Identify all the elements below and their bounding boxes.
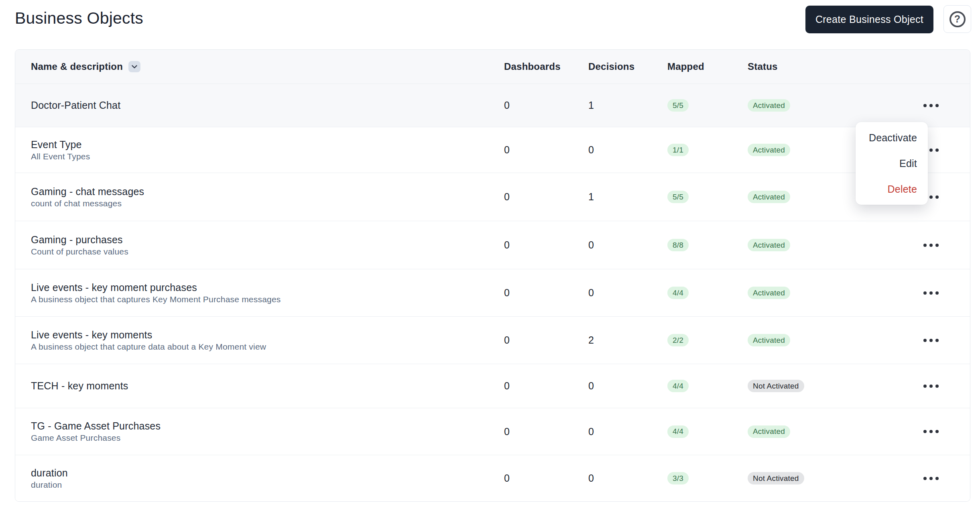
column-header-dashboards: Dashboards bbox=[504, 61, 588, 72]
table-row[interactable]: TG - Game Asset Purchases Game Asset Pur… bbox=[15, 408, 970, 455]
mapped-badge: 4/4 bbox=[667, 287, 689, 299]
table-row[interactable]: Gaming - chat messages count of chat mes… bbox=[15, 173, 970, 221]
name-description-cell: Live events - key moment purchases A bus… bbox=[15, 282, 504, 304]
decisions-count: 0 bbox=[588, 426, 667, 438]
mapped-badge: 1/1 bbox=[667, 144, 689, 156]
dashboards-count: 0 bbox=[504, 144, 588, 156]
mapped-cell: 8/8 bbox=[667, 239, 748, 251]
mapped-cell: 4/4 bbox=[667, 380, 748, 392]
business-objects-page: Business Objects Create Business Object … bbox=[0, 0, 980, 517]
status-badge: Activated bbox=[748, 144, 790, 156]
name-description-cell: Gaming - chat messages count of chat mes… bbox=[15, 186, 504, 208]
ellipsis-icon bbox=[923, 430, 927, 433]
status-badge: Activated bbox=[748, 287, 790, 299]
decisions-count: 1 bbox=[588, 100, 667, 111]
mapped-cell: 1/1 bbox=[667, 144, 748, 156]
row-actions-button[interactable] bbox=[922, 473, 940, 484]
mapped-cell: 3/3 bbox=[667, 472, 748, 484]
page-title: Business Objects bbox=[15, 9, 143, 28]
row-description: duration bbox=[31, 480, 504, 490]
status-badge: Activated bbox=[748, 334, 790, 346]
row-name: TG - Game Asset Purchases bbox=[31, 420, 504, 432]
column-header-status: Status bbox=[748, 61, 868, 72]
table-row[interactable]: Event Type All Event Types 0 0 1/1 Activ… bbox=[15, 127, 970, 173]
business-objects-table: Name & description Dashboards Decisions … bbox=[15, 49, 970, 502]
status-cell: Activated bbox=[748, 425, 868, 438]
row-description: A business object that capture data abou… bbox=[31, 342, 504, 352]
ellipsis-icon bbox=[923, 244, 927, 247]
ellipsis-icon bbox=[923, 477, 927, 480]
row-actions-button[interactable] bbox=[922, 100, 940, 111]
dashboards-count: 0 bbox=[504, 239, 588, 251]
ellipsis-icon bbox=[923, 385, 927, 388]
status-badge: Not Activated bbox=[748, 380, 804, 392]
status-badge: Activated bbox=[748, 425, 790, 438]
mapped-badge: 5/5 bbox=[667, 99, 689, 112]
name-description-cell: TECH - key moments bbox=[15, 380, 504, 392]
dashboards-count: 0 bbox=[504, 380, 588, 392]
mapped-badge: 5/5 bbox=[667, 191, 689, 203]
mapped-cell: 4/4 bbox=[667, 287, 748, 299]
row-description: count of chat messages bbox=[31, 199, 504, 208]
name-description-cell: Event Type All Event Types bbox=[15, 139, 504, 161]
status-cell: Not Activated bbox=[748, 472, 868, 484]
decisions-count: 1 bbox=[588, 191, 667, 203]
table-row[interactable]: Live events - key moments A business obj… bbox=[15, 316, 970, 364]
dashboards-count: 0 bbox=[504, 472, 588, 484]
decisions-count: 0 bbox=[588, 144, 667, 156]
mapped-badge: 2/2 bbox=[667, 334, 689, 346]
table-row[interactable]: Doctor-Patient Chat 0 1 5/5 Activated bbox=[15, 83, 970, 127]
table-row[interactable]: TECH - key moments 0 0 4/4 Not Activated bbox=[15, 364, 970, 408]
row-name: Event Type bbox=[31, 139, 504, 151]
status-cell: Activated bbox=[748, 191, 868, 203]
column-header-mapped: Mapped bbox=[667, 61, 748, 72]
menu-item-edit[interactable]: Edit bbox=[856, 151, 928, 176]
decisions-count: 0 bbox=[588, 472, 667, 484]
table-row[interactable]: Live events - key moment purchases A bus… bbox=[15, 269, 970, 316]
table-body: Doctor-Patient Chat 0 1 5/5 Activated Ev… bbox=[15, 83, 970, 501]
column-header-name: Name & description bbox=[15, 61, 504, 72]
create-business-object-button[interactable]: Create Business Object bbox=[805, 6, 933, 33]
decisions-count: 0 bbox=[588, 239, 667, 251]
row-actions-button[interactable] bbox=[922, 287, 940, 299]
status-badge: Activated bbox=[748, 239, 790, 251]
menu-item-delete[interactable]: Delete bbox=[856, 177, 928, 202]
menu-item-deactivate[interactable]: Deactivate bbox=[856, 125, 928, 150]
actions-cell bbox=[868, 240, 970, 251]
name-description-cell: duration duration bbox=[15, 467, 504, 490]
decisions-count: 2 bbox=[588, 334, 667, 346]
sort-button[interactable] bbox=[128, 61, 140, 72]
row-name: Doctor-Patient Chat bbox=[31, 100, 504, 111]
ellipsis-icon bbox=[923, 104, 927, 107]
mapped-badge: 4/4 bbox=[667, 425, 689, 438]
actions-cell bbox=[868, 100, 970, 111]
status-cell: Activated bbox=[748, 334, 868, 346]
status-badge: Activated bbox=[748, 191, 790, 203]
actions-cell bbox=[868, 287, 970, 299]
mapped-cell: 5/5 bbox=[667, 191, 748, 203]
row-actions-button[interactable] bbox=[922, 335, 940, 346]
status-badge: Not Activated bbox=[748, 472, 804, 484]
table-row[interactable]: duration duration 0 0 3/3 Not Activated bbox=[15, 455, 970, 501]
row-actions-button[interactable] bbox=[922, 240, 940, 251]
mapped-cell: 2/2 bbox=[667, 334, 748, 346]
dashboards-count: 0 bbox=[504, 334, 588, 346]
actions-cell bbox=[868, 473, 970, 484]
ellipsis-icon bbox=[923, 291, 927, 295]
status-cell: Activated bbox=[748, 239, 868, 251]
row-actions-button[interactable] bbox=[922, 426, 940, 437]
table-row[interactable]: Gaming - purchases Count of purchase val… bbox=[15, 221, 970, 269]
dashboards-count: 0 bbox=[504, 100, 588, 111]
chevron-down-icon bbox=[132, 65, 137, 69]
row-name: Live events - key moments bbox=[31, 329, 504, 341]
dashboards-count: 0 bbox=[504, 191, 588, 203]
name-description-cell: TG - Game Asset Purchases Game Asset Pur… bbox=[15, 420, 504, 443]
row-name: TECH - key moments bbox=[31, 380, 504, 392]
row-actions-menu: Deactivate Edit Delete bbox=[856, 122, 928, 205]
mapped-badge: 4/4 bbox=[667, 380, 689, 392]
row-actions-button[interactable] bbox=[922, 381, 940, 392]
row-description: Count of purchase values bbox=[31, 247, 504, 256]
ellipsis-icon bbox=[923, 339, 927, 342]
help-button[interactable]: ? bbox=[943, 5, 971, 33]
status-cell: Activated bbox=[748, 287, 868, 299]
